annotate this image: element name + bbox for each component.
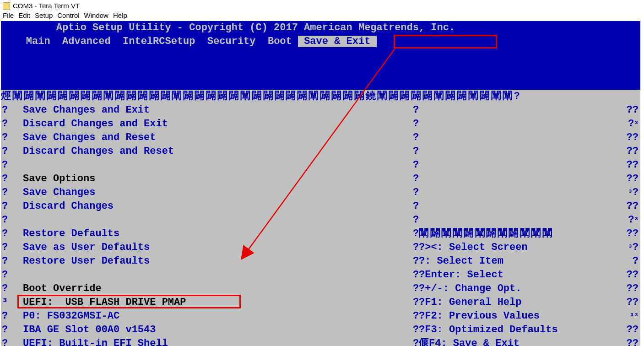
item-row-15[interactable]: P0: FS032GMSI-AC	[23, 309, 119, 323]
border-mid: ?	[413, 213, 419, 227]
help-line-3: ?+/-: Change Opt.	[419, 282, 521, 296]
bios-header: Aptio Setup Utility - Copyright (C) 2017…	[1, 21, 640, 35]
border-left: ?	[2, 172, 8, 186]
window-icon	[3, 2, 10, 10]
border-left: ?	[2, 254, 8, 268]
border-left: ?	[2, 200, 8, 213]
menu-control[interactable]: Control	[57, 11, 79, 19]
border-right: ??	[627, 296, 639, 309]
border-mid: ?	[413, 103, 419, 117]
item-row-5: Save Options	[23, 172, 95, 186]
border-left: ?	[2, 145, 8, 158]
tab-security[interactable]: Security	[207, 36, 256, 47]
border-right: ??	[627, 131, 639, 145]
tab-main[interactable]: Main	[26, 36, 50, 47]
border-right: ?³	[628, 117, 639, 131]
border-left: ?	[2, 158, 8, 172]
menu-window[interactable]: Window	[84, 11, 108, 19]
item-row-13: Boot Override	[23, 282, 102, 296]
help-line-7: 偃F4: Save & Exit	[419, 337, 520, 346]
border-left: ?	[2, 282, 8, 296]
border-mid: ?	[413, 186, 419, 200]
border-left: ?	[2, 268, 8, 282]
border-right: ³?	[628, 241, 639, 254]
border-mid: ?	[413, 309, 419, 323]
border-right: ³?	[628, 186, 639, 200]
border-left: ?	[2, 213, 8, 227]
border-right: ??	[627, 227, 639, 241]
item-row-16[interactable]: IBA GE Slot 00A0 v1543	[23, 323, 156, 337]
help-line-6: ?F3: Optimized Defaults	[419, 323, 558, 337]
annotation-highlight-tab	[394, 35, 497, 49]
item-row-7[interactable]: Discard Changes	[23, 200, 114, 213]
border-left: ?	[2, 323, 8, 337]
item-row-6[interactable]: Save Changes	[23, 186, 95, 200]
border-left: ?	[2, 227, 8, 241]
border-left: ³	[2, 296, 8, 309]
border-mid: ?	[413, 131, 419, 145]
border-left: ?	[2, 241, 8, 254]
border-mid: ?	[413, 227, 419, 241]
item-row-10[interactable]: Save as User Defaults	[23, 241, 150, 254]
menu-file[interactable]: File	[3, 11, 14, 19]
tab-intelrcsetup[interactable]: IntelRCSetup	[123, 36, 195, 47]
bios-body: ? Save Changes and Exit ? ?? ? Discard C…	[1, 103, 640, 346]
item-row-9[interactable]: Restore Defaults	[23, 227, 119, 241]
window-titlebar: COM3 - Tera Term VT	[0, 0, 644, 11]
border-right: ??	[627, 337, 639, 346]
item-row-14[interactable]: UEFI: USB FLASH DRIVE PMAP	[23, 296, 186, 309]
border-right: ??	[627, 323, 639, 337]
border-right: ??	[627, 158, 639, 172]
border-mid: ?	[413, 241, 419, 254]
border-mid: ?	[413, 337, 419, 346]
help-line-4: ?F1: General Help	[419, 296, 521, 309]
menubar: File Edit Setup Control Window Help	[0, 11, 644, 21]
border-mid: ?	[413, 172, 419, 186]
item-row-1[interactable]: Discard Changes and Exit	[23, 117, 168, 131]
border-right: ??	[627, 200, 639, 213]
border-right: ³³	[630, 309, 639, 323]
menu-edit[interactable]: Edit	[18, 11, 30, 19]
border-right: ??	[627, 103, 639, 117]
menu-setup[interactable]: Setup	[35, 11, 53, 19]
border-right: ??	[627, 282, 639, 296]
border-mid: ?	[413, 282, 419, 296]
help-line-0: ?><: Select Screen	[419, 241, 528, 254]
terminal-area: Aptio Setup Utility - Copyright (C) 2017…	[1, 21, 640, 346]
border-right: ??	[627, 145, 639, 158]
border-mid: ?	[413, 268, 419, 282]
bios-tabs-row: Main Advanced IntelRCSetup Security Boot…	[1, 35, 640, 90]
border-left: ?	[2, 309, 8, 323]
item-row-3[interactable]: Discard Changes and Reset	[23, 145, 174, 158]
window-title: COM3 - Tera Term VT	[13, 2, 80, 10]
border-mid: ?	[413, 117, 419, 131]
border-left: ?	[2, 337, 8, 346]
help-line-5: ?F2: Previous Values	[419, 309, 540, 323]
item-row-2[interactable]: Save Changes and Reset	[23, 131, 156, 145]
border-mid: ?	[413, 254, 419, 268]
border-right: ?³	[628, 213, 639, 227]
border-mid: ?	[413, 158, 419, 172]
item-row-0[interactable]: Save Changes and Exit	[23, 103, 150, 117]
border-left: ?	[2, 103, 8, 117]
border-left: ?	[2, 131, 8, 145]
help-line-2: ?Enter: Select	[419, 268, 503, 282]
border-right: ??	[627, 172, 639, 186]
border-mid: ?	[413, 200, 419, 213]
border-right: ?	[627, 254, 639, 268]
border-top: 烴闡闢闡闢闢闢闢闢闡闢闢闢闢闢闡闢闢闢闢闢闡闢闢闢闢闢闡闢闢闢闢鐃闡闢闢闢闢闡闢…	[1, 90, 640, 103]
item-row-17[interactable]: UEFI: Built-in EFI Shell	[23, 337, 168, 346]
border-left: ?	[2, 186, 8, 200]
menu-help[interactable]: Help	[113, 11, 127, 19]
border-mid: ?	[413, 323, 419, 337]
help-separator: 闡闢闡闡闢闡闢闡闢闡闡闡	[419, 227, 553, 241]
tab-save-exit[interactable]: Save & Exit	[298, 36, 377, 47]
tab-boot[interactable]: Boot	[268, 36, 292, 47]
border-mid: ?	[413, 145, 419, 158]
border-right: ??	[627, 268, 639, 282]
help-line-1: ?: Select Item	[419, 254, 503, 268]
tab-advanced[interactable]: Advanced	[62, 36, 111, 47]
border-mid: ?	[413, 296, 419, 309]
item-row-11[interactable]: Restore User Defaults	[23, 254, 150, 268]
border-left: ?	[2, 117, 8, 131]
